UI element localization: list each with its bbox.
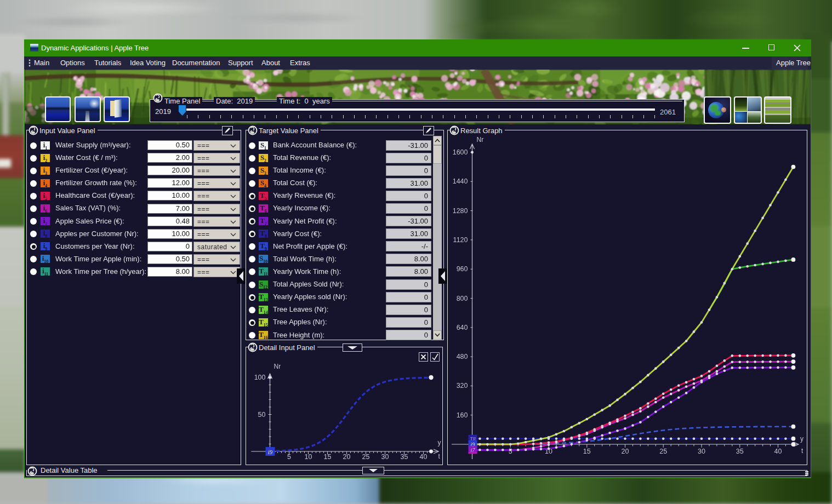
svg-text:15: 15 [324,453,332,461]
svg-text:1600: 1600 [453,148,468,156]
svg-text:30: 30 [381,453,389,461]
svg-text:100: 100 [254,374,266,381]
svg-text:25: 25 [362,453,370,461]
svg-text:20: 20 [343,453,351,461]
svg-text:40: 40 [774,448,782,455]
svg-text:15: 15 [583,448,591,455]
svg-text:1440: 1440 [453,177,468,185]
svg-text:y: y [800,435,803,443]
svg-text:i7: i7 [471,447,476,453]
svg-text:50: 50 [258,411,266,419]
svg-text:960: 960 [457,265,468,273]
svg-text:1280: 1280 [453,207,468,215]
svg-text:5: 5 [287,453,291,461]
svg-text:160: 160 [457,411,468,419]
svg-text:Nr: Nr [477,136,484,144]
svg-text:1120: 1120 [453,236,468,244]
svg-text:35: 35 [736,448,744,455]
svg-text:320: 320 [457,382,468,390]
svg-text:10: 10 [305,453,312,461]
svg-text:y: y [438,439,441,446]
svg-text:25: 25 [659,448,667,455]
svg-text:480: 480 [457,353,468,360]
svg-text:t: t [801,447,803,455]
svg-text:20: 20 [622,448,629,455]
svg-text:40: 40 [420,453,428,461]
svg-text:i9: i9 [268,449,273,455]
svg-text:35: 35 [401,453,408,461]
svg-text:Nr: Nr [274,363,281,370]
svg-text:640: 640 [457,324,468,331]
svg-text:30: 30 [698,448,705,455]
svg-text:800: 800 [457,295,468,302]
svg-text:t: t [438,453,441,460]
